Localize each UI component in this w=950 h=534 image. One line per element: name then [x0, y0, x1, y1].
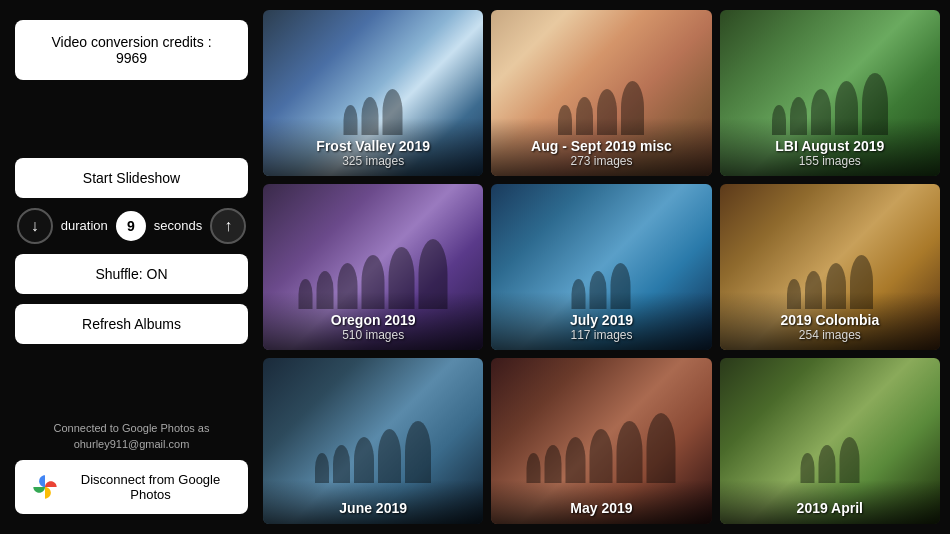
- duration-prefix-label: duration: [61, 218, 108, 233]
- album-item[interactable]: July 2019 117 images: [491, 184, 711, 350]
- album-label: 2019 April: [720, 480, 940, 524]
- album-item[interactable]: May 2019: [491, 358, 711, 524]
- google-photos-icon: [31, 473, 59, 501]
- duration-decrease-button[interactable]: ↓: [17, 208, 53, 244]
- album-name: 2019 April: [728, 500, 932, 516]
- album-label: 2019 Colombia 254 images: [720, 292, 940, 350]
- people-overlay: [315, 421, 431, 483]
- arrow-up-icon: ↑: [224, 217, 232, 235]
- album-label: June 2019: [263, 480, 483, 524]
- album-item[interactable]: Frost Valley 2019 325 images: [263, 10, 483, 176]
- shuffle-button[interactable]: Shuffle: ON: [15, 254, 248, 294]
- album-item[interactable]: Oregon 2019 510 images: [263, 184, 483, 350]
- album-count: 254 images: [728, 328, 932, 342]
- album-label: Oregon 2019 510 images: [263, 292, 483, 350]
- album-name: July 2019: [499, 312, 703, 328]
- album-label: May 2019: [491, 480, 711, 524]
- album-count: 117 images: [499, 328, 703, 342]
- credits-box: Video conversion credits : 9969: [15, 20, 248, 80]
- arrow-down-icon: ↓: [31, 217, 39, 235]
- album-label: LBI August 2019 155 images: [720, 118, 940, 176]
- sidebar-mid: Start Slideshow ↓ duration 9 seconds ↑ S…: [15, 158, 248, 344]
- connected-status-text: Connected to Google Photos asohurley911@…: [54, 421, 210, 452]
- disconnect-button[interactable]: Disconnect from Google Photos: [15, 460, 248, 514]
- sidebar-top: Video conversion credits : 9969: [15, 20, 248, 80]
- album-item[interactable]: Aug - Sept 2019 misc 273 images: [491, 10, 711, 176]
- credits-label: Video conversion credits : 9969: [51, 34, 211, 66]
- sidebar: Video conversion credits : 9969 Start Sl…: [0, 0, 263, 534]
- album-label: July 2019 117 images: [491, 292, 711, 350]
- album-count: 155 images: [728, 154, 932, 168]
- album-name: Aug - Sept 2019 misc: [499, 138, 703, 154]
- start-slideshow-button[interactable]: Start Slideshow: [15, 158, 248, 198]
- album-label: Frost Valley 2019 325 images: [263, 118, 483, 176]
- album-label: Aug - Sept 2019 misc 273 images: [491, 118, 711, 176]
- album-item[interactable]: 2019 Colombia 254 images: [720, 184, 940, 350]
- album-name: May 2019: [499, 500, 703, 516]
- people-overlay: [527, 413, 676, 483]
- people-overlay: [800, 437, 859, 483]
- disconnect-label: Disconnect from Google Photos: [69, 472, 232, 502]
- album-name: Oregon 2019: [271, 312, 475, 328]
- duration-row: ↓ duration 9 seconds ↑: [15, 208, 248, 244]
- album-count: 510 images: [271, 328, 475, 342]
- album-name: LBI August 2019: [728, 138, 932, 154]
- album-item[interactable]: 2019 April: [720, 358, 940, 524]
- duration-increase-button[interactable]: ↑: [210, 208, 246, 244]
- duration-suffix-label: seconds: [154, 218, 202, 233]
- album-name: Frost Valley 2019: [271, 138, 475, 154]
- refresh-albums-button[interactable]: Refresh Albums: [15, 304, 248, 344]
- album-name: 2019 Colombia: [728, 312, 932, 328]
- sidebar-bottom: Connected to Google Photos asohurley911@…: [15, 421, 248, 514]
- album-count: 273 images: [499, 154, 703, 168]
- album-grid: Frost Valley 2019 325 images Aug - Sept …: [263, 10, 940, 524]
- duration-value: 9: [116, 211, 146, 241]
- album-item[interactable]: June 2019: [263, 358, 483, 524]
- album-item[interactable]: LBI August 2019 155 images: [720, 10, 940, 176]
- album-name: June 2019: [271, 500, 475, 516]
- album-count: 325 images: [271, 154, 475, 168]
